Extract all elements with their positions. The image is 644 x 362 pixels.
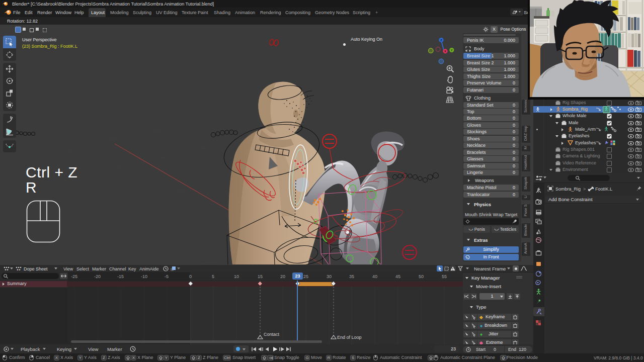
svg-text:Z: Z: [440, 39, 442, 42]
svg-text:X: X: [444, 50, 446, 53]
svg-text:Y: Y: [451, 49, 453, 52]
